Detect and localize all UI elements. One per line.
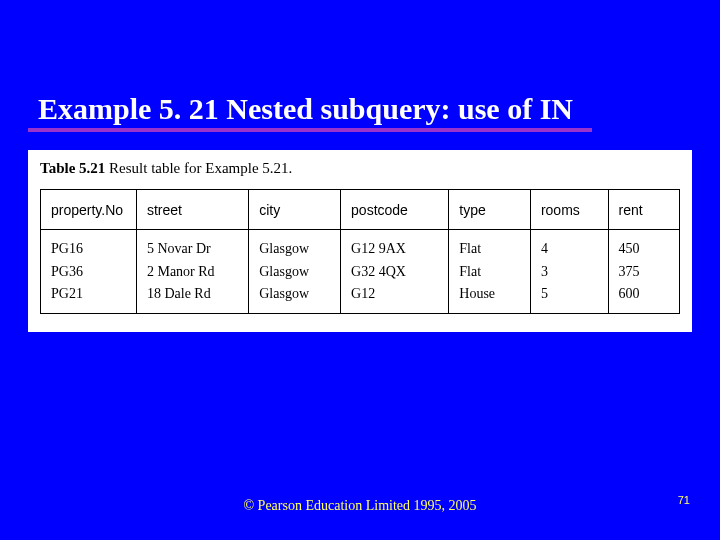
cell: G12 9AX <box>341 230 449 260</box>
table-row: PG21 18 Dale Rd Glasgow G12 House 5 600 <box>41 284 680 314</box>
cell: 3 <box>530 260 608 284</box>
cell: Flat <box>449 230 531 260</box>
cell: PG36 <box>41 260 137 284</box>
col-propertyno: property.No <box>41 190 137 230</box>
col-rooms: rooms <box>530 190 608 230</box>
cell: 375 <box>608 260 680 284</box>
col-type: type <box>449 190 531 230</box>
caption-rest: Result table for Example 5.21. <box>105 160 292 176</box>
cell: House <box>449 284 531 314</box>
cell: Flat <box>449 260 531 284</box>
result-table: property.No street city postcode type ro… <box>40 189 680 314</box>
cell: G32 4QX <box>341 260 449 284</box>
cell: 4 <box>530 230 608 260</box>
table-card: Table 5.21 Result table for Example 5.21… <box>28 150 692 332</box>
table-caption: Table 5.21 Result table for Example 5.21… <box>40 160 680 177</box>
cell: 5 Novar Dr <box>136 230 248 260</box>
col-city: city <box>249 190 341 230</box>
footer-copyright: © Pearson Education Limited 1995, 2005 <box>0 498 720 514</box>
cell: 600 <box>608 284 680 314</box>
table-row: PG36 2 Manor Rd Glasgow G32 4QX Flat 3 3… <box>41 260 680 284</box>
cell: 18 Dale Rd <box>136 284 248 314</box>
cell: PG21 <box>41 284 137 314</box>
cell: PG16 <box>41 230 137 260</box>
col-street: street <box>136 190 248 230</box>
cell: Glasgow <box>249 284 341 314</box>
cell: G12 <box>341 284 449 314</box>
cell: 2 Manor Rd <box>136 260 248 284</box>
slide: Example 5. 21 Nested subquery: use of IN… <box>0 0 720 540</box>
table-header-row: property.No street city postcode type ro… <box>41 190 680 230</box>
cell: 5 <box>530 284 608 314</box>
table-row: PG16 5 Novar Dr Glasgow G12 9AX Flat 4 4… <box>41 230 680 260</box>
title-underline <box>28 128 592 132</box>
cell: Glasgow <box>249 260 341 284</box>
caption-bold: Table 5.21 <box>40 160 105 176</box>
slide-title: Example 5. 21 Nested subquery: use of IN <box>38 92 573 126</box>
cell: Glasgow <box>249 230 341 260</box>
col-postcode: postcode <box>341 190 449 230</box>
page-number: 71 <box>678 494 690 506</box>
cell: 450 <box>608 230 680 260</box>
col-rent: rent <box>608 190 680 230</box>
